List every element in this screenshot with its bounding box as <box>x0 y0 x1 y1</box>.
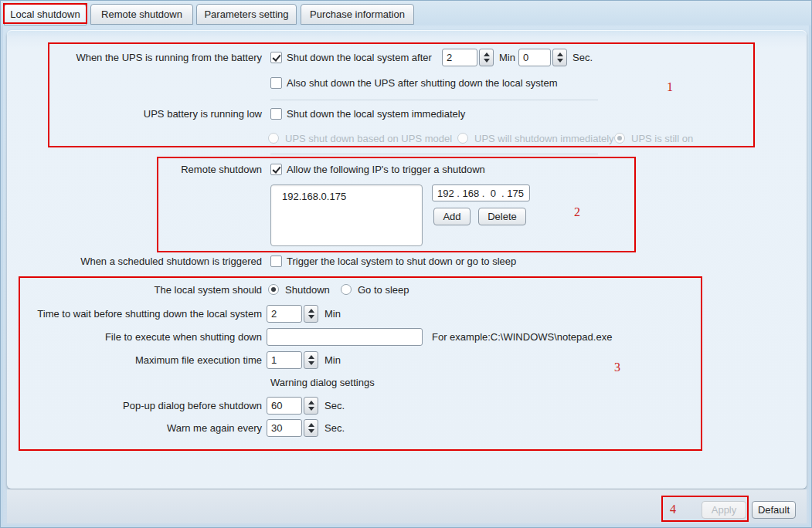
shutdown-radio[interactable] <box>268 284 279 295</box>
scheduled-row-label: When a scheduled shutdown is triggered <box>7 256 262 267</box>
allow-ip-label: Allow the following IP's to trigger a sh… <box>287 164 485 175</box>
battery-row-label: When the UPS is running from the battery <box>7 52 262 63</box>
battery-low-row-label: UPS battery is running low <box>7 108 262 120</box>
wait-time-stepper[interactable] <box>304 305 318 323</box>
default-button[interactable]: Default <box>752 501 796 519</box>
sec-unit-label: Sec. <box>572 52 593 63</box>
tab-bar: Local shutdown Remote shutdown Parameter… <box>1 1 811 25</box>
max-exec-input[interactable] <box>267 351 302 369</box>
file-row-label: File to execute when shutting down <box>7 331 262 343</box>
shutdown-after-checkbox[interactable] <box>270 52 282 63</box>
divider <box>270 100 598 100</box>
also-shutdown-ups-checkbox[interactable] <box>270 77 282 89</box>
shutdown-after-sec-stepper[interactable] <box>552 49 567 66</box>
ip-list-item[interactable]: 192.168.0.175 <box>271 185 422 202</box>
apply-button[interactable]: Apply <box>702 501 746 519</box>
spin-down-icon[interactable] <box>308 407 314 411</box>
tab-remote-shutdown[interactable]: Remote shutdown <box>90 4 193 25</box>
min-unit-label: Min <box>499 52 515 63</box>
spin-up-icon[interactable] <box>308 309 314 313</box>
popup-row-label: Pop-up dialog before shutdown <box>7 400 262 411</box>
max-exec-stepper[interactable] <box>304 351 318 369</box>
spin-down-icon[interactable] <box>557 59 563 63</box>
ups-settings-window: Local shutdown Remote shutdown Parameter… <box>0 0 812 528</box>
wait-time-input[interactable] <box>267 305 302 323</box>
ip-address-input[interactable] <box>432 184 530 201</box>
shutdown-after-min-input[interactable] <box>442 49 477 66</box>
spin-down-icon[interactable] <box>308 315 314 319</box>
warn-again-row-label: Warn me again every <box>7 422 262 434</box>
shutdown-radio-label: Shutdown <box>285 284 330 296</box>
ups-still-on-radio[interactable] <box>614 133 625 144</box>
popup-delay-stepper[interactable] <box>304 397 318 415</box>
max-exec-row-label: Maximum file execution time <box>7 354 262 366</box>
popup-unit-label: Sec. <box>324 400 345 411</box>
ups-model-radio-label: UPS shut down based on UPS model <box>285 133 452 144</box>
shutdown-immediately-checkbox[interactable] <box>270 108 282 120</box>
local-shutdown-panel: When the UPS is running from the battery… <box>7 30 807 489</box>
spin-down-icon[interactable] <box>484 59 490 63</box>
file-example-hint: For example:C:\WINDOWS\notepad.exe <box>432 331 612 343</box>
footer-bar <box>7 489 807 523</box>
trigger-local-checkbox[interactable] <box>270 256 282 267</box>
ups-immediate-radio-label: UPS will shutdown immediately <box>474 133 614 144</box>
divider <box>270 154 598 154</box>
popup-delay-input[interactable] <box>267 397 302 415</box>
spin-down-icon[interactable] <box>308 429 314 433</box>
warn-again-input[interactable] <box>267 419 302 437</box>
tab-parameters-setting[interactable]: Parameters setting <box>196 4 297 25</box>
add-button[interactable]: Add <box>433 208 471 225</box>
ip-listbox[interactable]: 192.168.0.175 <box>270 184 423 246</box>
ups-immediate-radio[interactable] <box>457 133 468 144</box>
tab-local-shutdown[interactable]: Local shutdown <box>4 4 87 25</box>
spin-up-icon[interactable] <box>484 52 490 56</box>
go-to-sleep-radio-label: Go to sleep <box>358 284 409 296</box>
spin-up-icon[interactable] <box>308 423 314 427</box>
file-path-input[interactable] <box>267 328 423 346</box>
shutdown-after-sec-input[interactable] <box>518 49 551 66</box>
spin-up-icon[interactable] <box>308 401 314 404</box>
warn-again-unit-label: Sec. <box>324 422 345 434</box>
local-action-row-label: The local system should <box>7 284 262 296</box>
wait-time-unit-label: Min <box>324 308 341 320</box>
ups-still-on-radio-label: UPS is still on <box>631 133 693 144</box>
tab-purchase-information[interactable]: Purchase information <box>301 4 414 25</box>
max-exec-unit-label: Min <box>324 354 341 366</box>
delete-button[interactable]: Delete <box>478 208 526 225</box>
go-to-sleep-radio[interactable] <box>341 284 352 295</box>
shutdown-immediately-label: Shut down the local system immediately <box>287 108 465 120</box>
allow-ip-checkbox[interactable] <box>270 164 282 175</box>
spin-up-icon[interactable] <box>557 52 563 56</box>
also-shutdown-ups-label: Also shut down the UPS after shutting do… <box>287 77 557 89</box>
ups-model-radio[interactable] <box>268 133 279 144</box>
spin-up-icon[interactable] <box>308 355 314 359</box>
trigger-local-label: Trigger the local system to shut down or… <box>287 256 516 267</box>
wait-time-row-label: Time to wait before shutting down the lo… <box>7 308 262 320</box>
shutdown-after-label: Shut down the local system after <box>287 52 432 63</box>
remote-shutdown-row-label: Remote shutdown <box>7 164 262 175</box>
spin-down-icon[interactable] <box>308 361 314 365</box>
shutdown-after-min-stepper[interactable] <box>479 49 494 66</box>
warning-settings-header: Warning dialog settings <box>270 377 375 388</box>
warn-again-stepper[interactable] <box>304 419 318 437</box>
